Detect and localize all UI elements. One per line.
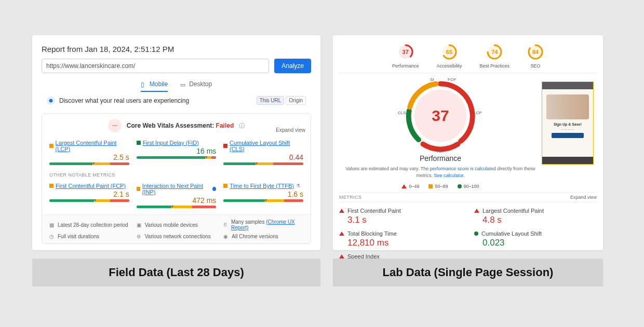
field-metric: Time to First Byte (TTFB) ⚗ 1.6 s ▾ [223,183,303,208]
discover-icon: ⬣ [47,97,55,105]
devices-icon: ▣ [137,222,142,228]
circle-green-icon [474,231,478,236]
gauge-accessibility[interactable]: 65 Accessibility [436,44,462,69]
discover-text: Discover what your real users are experi… [59,97,189,104]
cwv-icon: 〰 [108,119,122,132]
calendar-icon: ▦ [49,222,55,228]
metric-value: 472 ms [137,196,217,205]
lab-metric-name: Total Blocking Time [347,230,397,237]
tab-desktop-label: Desktop [189,80,212,88]
gauge-performance[interactable]: 37 Performance [392,44,419,69]
metric-marker-icon [223,144,227,148]
triangle-red-icon [339,209,344,213]
experimental-icon: ⚗ [296,183,300,188]
metrics-label: METRICS [339,195,361,200]
gauge-label: Accessibility [436,63,462,69]
gauge-value: 37 [397,44,414,60]
page-screenshot: Sign Up & Save! — — — — [542,81,594,165]
caption-field-data: Field Data (Last 28 Days) [32,258,320,287]
lab-metric: Largest Contentful Paint 4.8 s [474,206,597,227]
field-metric: Interaction to Next Paint (INP) 472 ms ▾ [137,183,217,208]
gauge-value: 65 [441,44,458,60]
metric-bar: ▾ [223,162,303,165]
triangle-red-icon [474,209,479,213]
metric-marker-icon [49,184,53,188]
metric-bar: ▾ [49,199,129,202]
field-data-panel: Report from Jan 18, 2024, 2:51:12 PM Ana… [32,35,320,250]
expand-view-link[interactable]: Expand view [276,127,305,133]
lab-metric: First Contentful Paint 3.1 s [339,206,462,227]
metric-bar: ▾ [223,199,303,202]
lab-metric-name: First Contentful Paint [347,208,401,214]
report-title: Report from Jan 18, 2024, 2:51:12 PM [42,45,311,53]
chip-origin[interactable]: Origin [286,96,306,105]
expand-metrics-link[interactable]: Expand view [570,195,597,200]
metric-name-link[interactable]: First Input Delay (FID) [143,140,199,146]
metric-value: 16 ms [137,147,217,155]
triangle-red-icon [339,231,344,236]
circle-green-icon [458,184,462,188]
gauge-value: 84 [527,44,544,60]
lab-metric-value: 3.1 s [339,215,462,225]
field-metric: Cumulative Layout Shift (CLS) 0.44 ▾ [223,140,303,165]
tab-mobile-label: Mobile [150,80,168,88]
lab-data-panel: 37 Performance 65 Accessibility 74 [333,35,603,250]
cwv-assessment: Core Web Vitals Assessment: Failed [127,122,234,129]
field-data-card: 〰 Core Web Vitals Assessment: Failed ⓘ E… [42,113,311,244]
metric-value: 1.6 s [223,190,303,198]
lab-metric: Total Blocking Time 12,810 ms [339,228,462,250]
metric-name-link[interactable]: Interaction to Next Paint (INP) [142,183,209,195]
lab-metric-value: 0.023 [474,238,597,248]
wifi-icon: ⊚ [137,234,142,239]
lab-metric-value: 12,810 ms [339,238,462,248]
metric-marker-icon [137,187,140,191]
gauge-best practices[interactable]: 74 Best Practices [480,44,510,69]
other-metrics-label: OTHER NOTABLE METRICS [42,168,311,178]
performance-score: 37 [404,79,477,152]
see-calculator-link[interactable]: See calculator. [434,173,464,178]
metric-marker-icon [49,144,53,148]
analyze-button[interactable]: Analyze [274,59,311,73]
metric-value: 0.44 [223,153,303,161]
field-metric: First Input Delay (FID) 16 ms ▾ [137,140,217,165]
field-metric: First Contentful Paint (FCP) 2.1 s ▾ [49,183,129,208]
metric-name-link[interactable]: Largest Contentful Paint (LCP) [56,140,129,152]
lab-metric-name: Cumulative Layout Shift [481,230,542,237]
desktop-icon [180,81,186,87]
triangle-red-icon [339,254,344,258]
gauge-label: Performance [392,63,419,69]
clock-icon: ◷ [49,234,55,239]
caption-lab-data: Lab Data (Single Page Session) [333,258,603,287]
metric-value: 2.1 s [49,190,129,198]
score-legend: 0–49 50–89 90–100 [339,184,542,189]
metric-bar: ▾ [137,156,217,159]
url-input[interactable] [42,59,269,73]
metric-marker-icon [223,184,227,188]
tab-mobile[interactable]: Mobile [141,80,168,92]
lab-metric: Cumulative Layout Shift 0.023 [474,228,597,250]
samples-icon: ⠿ [223,222,229,228]
metric-name-link[interactable]: Cumulative Layout Shift (CLS) [230,140,303,152]
chrome-icon: ◉ [223,234,229,239]
gauge-seo[interactable]: 84 SEO [527,44,544,69]
metric-bar: ▾ [137,206,217,208]
lab-metric-value: 4.8 s [474,215,597,225]
gauge-value: 74 [486,44,503,60]
gauge-label: SEO [527,63,544,69]
inp-badge-icon [212,187,216,191]
tab-desktop[interactable]: Desktop [180,80,212,92]
square-orange-icon [428,184,433,188]
metric-name-link[interactable]: Time to First Byte (TTFB) [230,183,294,189]
metric-bar: ▾ [49,162,129,165]
perf-score-link[interactable]: performance score is calculated [430,166,496,171]
mobile-icon [141,81,147,87]
chip-this-url[interactable]: This URL [257,96,285,105]
performance-desc: Values are estimated and may vary. The p… [339,166,542,179]
field-footer: ▦Latest 28-day collection period ▣Variou… [42,214,311,243]
gauge-label: Best Practices [480,63,510,69]
metric-marker-icon [137,141,141,145]
performance-gauge: 37 SI FCP LCP TBT CLS [404,79,477,152]
metric-name-link[interactable]: First Contentful Paint (FCP) [56,183,126,189]
info-icon[interactable]: ⓘ [239,122,245,130]
metric-value: 2.5 s [49,153,129,161]
